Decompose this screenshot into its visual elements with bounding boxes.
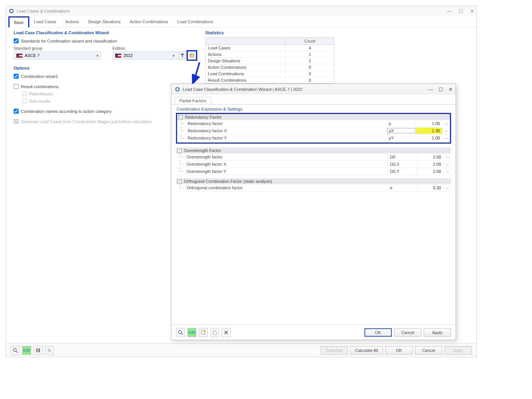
- dialog-delete-button[interactable]: [222, 328, 231, 337]
- tree-hook-icon: [176, 168, 187, 175]
- edition-value: 2022: [124, 53, 133, 58]
- factor-label: Redundancy factor X: [188, 128, 387, 134]
- tab-base[interactable]: Base: [8, 16, 29, 27]
- dialog-apply-button[interactable]: Apply: [424, 328, 451, 337]
- options-header: Options: [14, 64, 200, 73]
- factor-row: Orthogonal combination factorα0.30--: [176, 184, 451, 192]
- dialog-cancel-button[interactable]: Cancel: [394, 328, 421, 337]
- standards-checkbox-label: Standards for Combination wizard and cla…: [21, 39, 117, 43]
- tab-partial-factors[interactable]: Partial Factors: [174, 97, 211, 104]
- stats-value: 0: [285, 71, 334, 77]
- statistics-table: Count Load Cases4Actions1Design Situatio…: [205, 37, 334, 84]
- dialog-new-button[interactable]: [199, 328, 208, 337]
- factor-value[interactable]: 0.30: [417, 185, 443, 191]
- factor-symbol: α: [388, 185, 417, 191]
- group-name: Overstrength Factor: [184, 148, 221, 153]
- copy-tool-button[interactable]: [33, 346, 43, 355]
- edition-label: Edition: [112, 46, 196, 51]
- stats-label: Actions: [206, 51, 285, 57]
- generate-lc-checkbox: [14, 119, 19, 124]
- factor-symbol: ρ: [387, 120, 416, 127]
- svg-rect-15: [214, 332, 217, 335]
- factor-value[interactable]: 1.00: [416, 120, 442, 127]
- us-flag-icon: [16, 54, 22, 58]
- filter-icon: [180, 53, 185, 58]
- dialog-titlebar: Load Case Classification & Combination W…: [171, 84, 456, 95]
- standards-checkbox[interactable]: [14, 38, 19, 43]
- units-icon: 0.00: [188, 331, 195, 334]
- factor-symbol: Ω0: [388, 154, 417, 160]
- dialog-copy-button[interactable]: [210, 328, 219, 337]
- tab-load-combinations[interactable]: Load Combinations: [173, 16, 218, 27]
- main-ok-button[interactable]: OK: [385, 346, 413, 355]
- combination-wizard-label: Combination wizard: [21, 74, 58, 79]
- tab-design-situations[interactable]: Design Situations: [84, 16, 125, 27]
- tab-action-combinations[interactable]: Action Combinations: [125, 16, 173, 27]
- factor-value[interactable]: 1.00: [416, 135, 442, 141]
- fx-icon: fx: [48, 348, 51, 353]
- standard-group-dropdown[interactable]: ASCE 7 ▾: [14, 51, 101, 60]
- tab-load-cases[interactable]: Load Cases: [29, 16, 61, 27]
- factor-label: Orthogonal combination factor: [187, 185, 388, 191]
- factor-label: Overstrength factor Y: [187, 168, 388, 174]
- magnifier-icon: [13, 348, 18, 353]
- stats-value: 0: [285, 64, 334, 70]
- collapse-icon[interactable]: −: [177, 179, 182, 184]
- group-header[interactable]: −Overstrength Factor: [176, 147, 451, 154]
- svg-rect-3: [190, 54, 192, 55]
- stats-value: 2: [285, 58, 334, 64]
- collapse-icon[interactable]: −: [179, 115, 183, 119]
- maximize-icon[interactable]: ☐: [459, 8, 463, 14]
- dialog-ok-button[interactable]: OK: [364, 328, 392, 337]
- tree-hook-icon: [176, 154, 187, 160]
- factor-row: Redundancy factor XρX1.30--: [177, 127, 450, 135]
- tree-hook-icon: [177, 127, 188, 134]
- edition-dropdown[interactable]: 2022 ▾: [112, 51, 177, 60]
- stats-label: Load Cases: [206, 45, 285, 51]
- main-cancel-button[interactable]: Cancel: [415, 346, 442, 355]
- calculate-all-button[interactable]: Calculate All: [350, 346, 383, 355]
- group-name: Redundancy Factor: [185, 115, 222, 119]
- factor-value[interactable]: 1.30: [416, 128, 442, 134]
- svg-point-1: [10, 10, 13, 12]
- stats-value: 4: [285, 45, 334, 51]
- calculate-button[interactable]: Calculate: [321, 346, 348, 355]
- statistics-header: Statistics: [205, 29, 337, 37]
- svg-rect-6: [36, 348, 38, 352]
- factor-row: Redundancy factor YρY1.00--: [177, 135, 450, 142]
- combination-wizard-checkbox[interactable]: [14, 74, 19, 79]
- search-tool-button[interactable]: [11, 346, 20, 355]
- factor-value[interactable]: 2.00: [417, 168, 443, 174]
- close-icon[interactable]: ✕: [470, 8, 474, 14]
- factor-value[interactable]: 2.00: [417, 154, 443, 160]
- result-combinations-checkbox[interactable]: [14, 84, 19, 89]
- factor-symbol: Ω0,Y: [388, 168, 417, 174]
- factor-symbol: ρX: [387, 128, 416, 134]
- dialog-maximize-icon[interactable]: ☐: [439, 87, 443, 92]
- units-icon: 0.00: [23, 348, 30, 352]
- dialog-search-button[interactable]: [176, 328, 185, 337]
- main-apply-button[interactable]: Apply: [445, 346, 472, 355]
- group-header[interactable]: −Redundancy Factor: [177, 114, 450, 120]
- group-header[interactable]: −Orthogonal Combination Factor (static a…: [176, 178, 451, 184]
- svg-line-11: [181, 333, 183, 335]
- dialog-units-button[interactable]: 0.00: [187, 328, 196, 337]
- factor-row: Redundancy factorρ1.00--: [177, 120, 450, 127]
- names-by-category-checkbox[interactable]: [14, 109, 19, 114]
- collapse-icon[interactable]: −: [177, 149, 182, 153]
- stats-row: Design Situations2: [206, 58, 334, 64]
- main-titlebar: Load Cases & Combinations — ☐ ✕: [6, 6, 477, 16]
- stats-row: Result Combinations0: [206, 77, 334, 83]
- dialog-close-icon[interactable]: ✕: [448, 87, 453, 92]
- dialog-minimize-icon[interactable]: —: [428, 87, 433, 92]
- units-tool-button[interactable]: 0.00: [22, 346, 31, 355]
- fx-tool-button[interactable]: fx: [45, 346, 54, 355]
- filter-button[interactable]: [178, 51, 187, 60]
- us-flag-icon: [115, 54, 121, 58]
- svg-point-9: [176, 88, 179, 90]
- minimize-icon[interactable]: —: [447, 8, 452, 14]
- wizard-settings-button[interactable]: [188, 51, 196, 60]
- factor-value[interactable]: 2.00: [417, 161, 443, 167]
- stats-label: Load Combinations: [206, 71, 285, 77]
- tab-actions[interactable]: Actions: [61, 16, 84, 27]
